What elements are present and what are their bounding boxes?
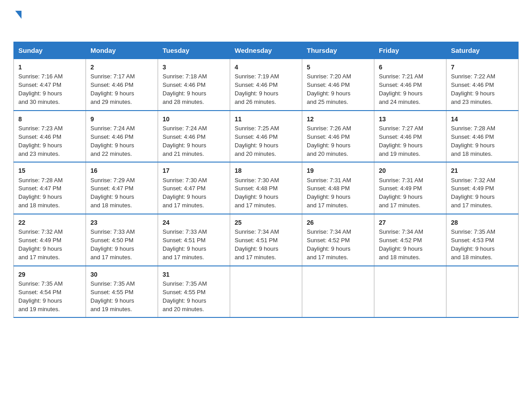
calendar-cell: 31Sunrise: 7:35 AMSunset: 4:55 PMDayligh… — [158, 266, 230, 318]
day-number: 14 — [451, 115, 514, 124]
calendar-cell: 28Sunrise: 7:35 AMSunset: 4:53 PMDayligh… — [446, 214, 519, 266]
day-number: 18 — [235, 166, 297, 175]
day-info: Sunrise: 7:17 AMSunset: 4:46 PMDaylight:… — [90, 73, 153, 106]
day-info: Sunrise: 7:24 AMSunset: 4:46 PMDaylight:… — [90, 124, 153, 158]
calendar-cell: 29Sunrise: 7:35 AMSunset: 4:54 PMDayligh… — [14, 266, 86, 318]
logo — [13, 9, 21, 33]
day-info: Sunrise: 7:20 AMSunset: 4:46 PMDaylight:… — [307, 73, 369, 106]
day-number: 4 — [235, 63, 297, 72]
calendar-cell: 14Sunrise: 7:28 AMSunset: 4:46 PMDayligh… — [446, 111, 519, 163]
calendar-cell: 9Sunrise: 7:24 AMSunset: 4:46 PMDaylight… — [86, 111, 158, 163]
day-info: Sunrise: 7:27 AMSunset: 4:46 PMDaylight:… — [379, 124, 442, 158]
day-number: 6 — [379, 63, 442, 72]
calendar-cell: 1Sunrise: 7:16 AMSunset: 4:47 PMDaylight… — [14, 59, 86, 111]
calendar-header-row: SundayMondayTuesdayWednesdayThursdayFrid… — [14, 42, 519, 59]
day-info: Sunrise: 7:34 AMSunset: 4:52 PMDaylight:… — [379, 228, 442, 261]
day-info: Sunrise: 7:31 AMSunset: 4:49 PMDaylight:… — [379, 176, 442, 210]
day-number: 10 — [163, 115, 225, 124]
day-info: Sunrise: 7:34 AMSunset: 4:51 PMDaylight:… — [235, 228, 297, 261]
calendar-cell: 3Sunrise: 7:18 AMSunset: 4:46 PMDaylight… — [158, 59, 230, 111]
logo-arrow-icon — [15, 11, 21, 19]
calendar-cell: 15Sunrise: 7:28 AMSunset: 4:47 PMDayligh… — [14, 162, 86, 214]
calendar-cell: 22Sunrise: 7:32 AMSunset: 4:49 PMDayligh… — [14, 214, 86, 266]
day-number: 1 — [18, 63, 81, 72]
calendar-cell — [230, 266, 302, 318]
calendar-cell: 18Sunrise: 7:30 AMSunset: 4:48 PMDayligh… — [230, 162, 302, 214]
day-number: 8 — [18, 115, 81, 124]
day-number: 15 — [18, 166, 81, 175]
calendar-cell: 5Sunrise: 7:20 AMSunset: 4:46 PMDaylight… — [302, 59, 374, 111]
day-header-wednesday: Wednesday — [230, 42, 302, 59]
day-info: Sunrise: 7:25 AMSunset: 4:46 PMDaylight:… — [235, 124, 297, 158]
day-number: 12 — [307, 115, 369, 124]
day-number: 16 — [90, 166, 153, 175]
calendar-cell: 11Sunrise: 7:25 AMSunset: 4:46 PMDayligh… — [230, 111, 302, 163]
day-info: Sunrise: 7:28 AMSunset: 4:47 PMDaylight:… — [18, 176, 81, 210]
day-info: Sunrise: 7:32 AMSunset: 4:49 PMDaylight:… — [18, 228, 81, 261]
day-number: 17 — [163, 166, 225, 175]
day-info: Sunrise: 7:23 AMSunset: 4:46 PMDaylight:… — [18, 124, 81, 158]
calendar-cell: 20Sunrise: 7:31 AMSunset: 4:49 PMDayligh… — [374, 162, 446, 214]
calendar-cell — [302, 266, 374, 318]
calendar-table: SundayMondayTuesdayWednesdayThursdayFrid… — [13, 42, 519, 318]
day-number: 13 — [379, 115, 442, 124]
day-header-sunday: Sunday — [14, 42, 86, 59]
calendar-cell: 24Sunrise: 7:33 AMSunset: 4:51 PMDayligh… — [158, 214, 230, 266]
day-info: Sunrise: 7:31 AMSunset: 4:48 PMDaylight:… — [307, 176, 369, 210]
day-info: Sunrise: 7:33 AMSunset: 4:51 PMDaylight:… — [163, 228, 225, 261]
calendar-cell: 26Sunrise: 7:34 AMSunset: 4:52 PMDayligh… — [302, 214, 374, 266]
logo-general-text — [13, 9, 21, 19]
day-info: Sunrise: 7:34 AMSunset: 4:52 PMDaylight:… — [307, 228, 369, 261]
day-number: 31 — [163, 270, 225, 279]
day-info: Sunrise: 7:35 AMSunset: 4:54 PMDaylight:… — [18, 280, 81, 313]
day-number: 2 — [90, 63, 153, 72]
day-info: Sunrise: 7:16 AMSunset: 4:47 PMDaylight:… — [18, 73, 81, 106]
day-number: 9 — [90, 115, 153, 124]
calendar-cell: 23Sunrise: 7:33 AMSunset: 4:50 PMDayligh… — [86, 214, 158, 266]
calendar-cell: 16Sunrise: 7:29 AMSunset: 4:47 PMDayligh… — [86, 162, 158, 214]
day-info: Sunrise: 7:19 AMSunset: 4:46 PMDaylight:… — [235, 73, 297, 106]
day-info: Sunrise: 7:35 AMSunset: 4:55 PMDaylight:… — [90, 280, 153, 313]
day-number: 30 — [90, 270, 153, 279]
day-number: 5 — [307, 63, 369, 72]
day-number: 28 — [451, 218, 514, 227]
day-info: Sunrise: 7:28 AMSunset: 4:46 PMDaylight:… — [451, 124, 514, 158]
day-number: 3 — [163, 63, 225, 72]
calendar-cell: 7Sunrise: 7:22 AMSunset: 4:46 PMDaylight… — [446, 59, 519, 111]
day-number: 24 — [163, 218, 225, 227]
calendar-cell — [446, 266, 519, 318]
calendar-cell: 13Sunrise: 7:27 AMSunset: 4:46 PMDayligh… — [374, 111, 446, 163]
day-info: Sunrise: 7:30 AMSunset: 4:48 PMDaylight:… — [235, 176, 297, 210]
day-number: 11 — [235, 115, 297, 124]
calendar-cell: 6Sunrise: 7:21 AMSunset: 4:46 PMDaylight… — [374, 59, 446, 111]
day-number: 22 — [18, 218, 81, 227]
calendar-cell: 27Sunrise: 7:34 AMSunset: 4:52 PMDayligh… — [374, 214, 446, 266]
day-info: Sunrise: 7:35 AMSunset: 4:55 PMDaylight:… — [163, 280, 225, 313]
day-number: 20 — [379, 166, 442, 175]
day-info: Sunrise: 7:30 AMSunset: 4:47 PMDaylight:… — [163, 176, 225, 210]
calendar-cell: 19Sunrise: 7:31 AMSunset: 4:48 PMDayligh… — [302, 162, 374, 214]
calendar-cell: 25Sunrise: 7:34 AMSunset: 4:51 PMDayligh… — [230, 214, 302, 266]
day-header-friday: Friday — [374, 42, 446, 59]
calendar-week-row: 29Sunrise: 7:35 AMSunset: 4:54 PMDayligh… — [14, 266, 519, 318]
day-info: Sunrise: 7:24 AMSunset: 4:46 PMDaylight:… — [163, 124, 225, 158]
calendar-week-row: 22Sunrise: 7:32 AMSunset: 4:49 PMDayligh… — [14, 214, 519, 266]
calendar-week-row: 8Sunrise: 7:23 AMSunset: 4:46 PMDaylight… — [14, 111, 519, 163]
day-info: Sunrise: 7:29 AMSunset: 4:47 PMDaylight:… — [90, 176, 153, 210]
day-info: Sunrise: 7:33 AMSunset: 4:50 PMDaylight:… — [90, 228, 153, 261]
day-info: Sunrise: 7:22 AMSunset: 4:46 PMDaylight:… — [451, 73, 514, 106]
day-header-saturday: Saturday — [446, 42, 519, 59]
day-header-tuesday: Tuesday — [158, 42, 230, 59]
day-info: Sunrise: 7:21 AMSunset: 4:46 PMDaylight:… — [379, 73, 442, 106]
day-info: Sunrise: 7:35 AMSunset: 4:53 PMDaylight:… — [451, 228, 514, 261]
calendar-cell: 4Sunrise: 7:19 AMSunset: 4:46 PMDaylight… — [230, 59, 302, 111]
day-number: 23 — [90, 218, 153, 227]
day-number: 25 — [235, 218, 297, 227]
calendar-cell: 30Sunrise: 7:35 AMSunset: 4:55 PMDayligh… — [86, 266, 158, 318]
day-number: 19 — [307, 166, 369, 175]
day-header-monday: Monday — [86, 42, 158, 59]
calendar-cell: 17Sunrise: 7:30 AMSunset: 4:47 PMDayligh… — [158, 162, 230, 214]
day-number: 29 — [18, 270, 81, 279]
calendar-cell: 10Sunrise: 7:24 AMSunset: 4:46 PMDayligh… — [158, 111, 230, 163]
calendar-cell: 21Sunrise: 7:32 AMSunset: 4:49 PMDayligh… — [446, 162, 519, 214]
